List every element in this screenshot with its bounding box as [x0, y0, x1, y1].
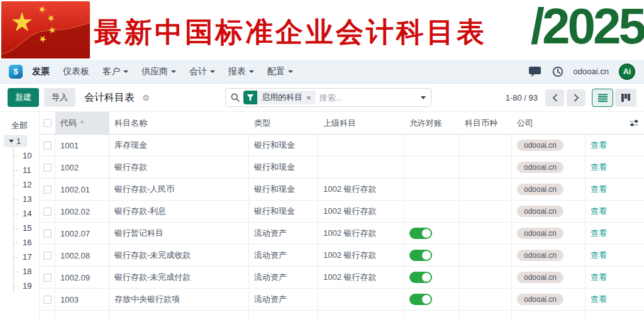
- view-link[interactable]: 查看: [591, 228, 607, 239]
- kanban-view-button[interactable]: [615, 89, 636, 107]
- row-checkbox[interactable]: [43, 164, 52, 172]
- cell-reconcile: [404, 289, 460, 311]
- view-link[interactable]: 查看: [591, 250, 607, 261]
- cell-name: 存放中央银行款项: [109, 289, 249, 311]
- table-row: 1002.01 银行存款-人民币 银行和现金 1002 银行存款 odooai.…: [40, 179, 644, 201]
- search-bar[interactable]: 启用的科目 ×: [225, 88, 431, 107]
- cell-parent: [318, 135, 404, 157]
- nav-menu-item[interactable]: 会计: [189, 66, 215, 77]
- activity-clock-icon[interactable]: [552, 66, 564, 77]
- cell-code: 1002.01: [55, 179, 109, 201]
- reconcile-toggle[interactable]: [409, 294, 432, 305]
- list-view-button[interactable]: [592, 89, 613, 107]
- row-checkbox[interactable]: [43, 274, 52, 282]
- cell-type: 银行和现金: [249, 179, 318, 201]
- view-link[interactable]: 查看: [591, 162, 607, 173]
- tree-item-child[interactable]: 11: [14, 163, 39, 177]
- nav-menu-item[interactable]: 仪表板: [63, 66, 89, 77]
- cell-code: 1002: [55, 157, 109, 179]
- reconcile-toggle[interactable]: [409, 272, 432, 283]
- table-row: 1001 库存现金 银行和现金 odooai.cn 查看: [40, 135, 644, 157]
- tree-item-child[interactable]: 13: [14, 192, 39, 206]
- nav-menu-item[interactable]: 供应商: [142, 66, 176, 77]
- invoicing-app-icon[interactable]: $: [9, 65, 23, 79]
- reconcile-toggle[interactable]: [409, 250, 432, 261]
- tree-item-child[interactable]: 17: [14, 250, 39, 264]
- header-company[interactable]: 公司: [512, 112, 586, 134]
- facet-remove-icon[interactable]: ×: [306, 93, 311, 103]
- tree-item-child[interactable]: 16: [14, 235, 39, 250]
- view-link[interactable]: 查看: [591, 294, 607, 305]
- tree-item-child[interactable]: 10: [14, 148, 39, 163]
- cell-type: 银行和现金: [249, 135, 318, 157]
- cell-name: 银行存款: [109, 157, 249, 179]
- row-checkbox[interactable]: [43, 142, 52, 150]
- cell-type: 银行和现金: [249, 157, 318, 179]
- header-name[interactable]: 科目名称: [109, 112, 249, 134]
- tree-item-child[interactable]: 15: [14, 221, 39, 235]
- header-code[interactable]: 代码 ^: [55, 112, 109, 134]
- systray: odooai.cn Ai: [529, 64, 635, 80]
- cell-company: odooai.cn: [512, 157, 586, 179]
- header-type[interactable]: 类型: [249, 112, 318, 134]
- tree-item-all[interactable]: 全部: [0, 118, 39, 135]
- cell-type: 流动资产: [249, 289, 318, 311]
- banner-title: 最新中国标准企业会计科目表: [94, 14, 487, 51]
- cell-code: 1002.08: [55, 245, 109, 267]
- control-panel: 新建 导入 会计科目表 ⚙ 启用的科目 ×: [0, 84, 644, 112]
- header-currency[interactable]: 科目币种: [460, 112, 512, 134]
- view-link[interactable]: 查看: [591, 206, 607, 217]
- nav-menu-item[interactable]: 报表: [228, 66, 254, 77]
- cell-currency: [460, 223, 512, 245]
- user-domain[interactable]: odooai.cn: [574, 67, 609, 76]
- nav-menu-label: 配置: [267, 66, 285, 77]
- search-input[interactable]: [319, 93, 417, 103]
- chat-icon[interactable]: [529, 66, 542, 77]
- tree-item-root[interactable]: 1: [4, 135, 27, 147]
- cell-type: 流动资产: [249, 223, 318, 245]
- import-button[interactable]: 导入: [44, 88, 75, 107]
- view-link[interactable]: 查看: [591, 140, 607, 151]
- nav-menu-item[interactable]: 客户: [103, 66, 128, 77]
- pager-next-button[interactable]: [567, 89, 586, 106]
- chevron-down-icon: [210, 70, 215, 73]
- new-button[interactable]: 新建: [8, 88, 39, 107]
- row-checkbox[interactable]: [43, 230, 52, 238]
- nav-menu-item[interactable]: 配置: [267, 66, 293, 77]
- control-panel-right: 1-80 / 93: [506, 89, 636, 107]
- tree-item-child[interactable]: 18: [14, 264, 39, 279]
- user-avatar[interactable]: Ai: [619, 64, 635, 80]
- cell-currency: [460, 245, 512, 267]
- header-parent[interactable]: 上级科目: [318, 112, 404, 134]
- select-all-checkbox[interactable]: [43, 119, 52, 127]
- row-checkbox[interactable]: [43, 186, 52, 194]
- row-checkbox[interactable]: [43, 208, 52, 216]
- nav-app-name[interactable]: 发票: [32, 66, 50, 77]
- company-tag: odooai.cn: [517, 228, 564, 239]
- cell-company: odooai.cn: [512, 267, 586, 289]
- tree-item-child[interactable]: 19: [14, 279, 39, 293]
- nav-menu-label: 仪表板: [63, 66, 89, 77]
- search-dropdown-caret-icon[interactable]: [421, 96, 426, 99]
- cell-action: 查看: [586, 267, 644, 289]
- cell-action: 查看: [586, 201, 644, 223]
- cell-parent: 1002 银行存款: [318, 245, 404, 267]
- view-link[interactable]: 查看: [591, 272, 607, 283]
- accounts-table: 代码 ^ 科目名称 类型 上级科目 允许对账 科目币种 公司: [39, 112, 644, 322]
- reconcile-toggle[interactable]: [409, 228, 432, 239]
- top-navbar: $ 发票 仪表板 客户 供应商 会计: [0, 60, 644, 84]
- optional-columns-icon[interactable]: [629, 119, 639, 128]
- tree-item-child[interactable]: 14: [14, 206, 39, 221]
- breadcrumb: 会计科目表: [84, 91, 135, 104]
- row-checkbox[interactable]: [43, 252, 52, 260]
- gear-icon[interactable]: ⚙: [142, 93, 150, 103]
- company-tag: odooai.cn: [517, 272, 564, 283]
- header-reconcile[interactable]: 允许对账: [404, 112, 460, 134]
- tree-children: 10 11 12 13 14 15 16 17 18 19: [13, 147, 39, 293]
- tree-item-child[interactable]: 12: [14, 177, 39, 192]
- cell-reconcile: [404, 157, 460, 179]
- avatar-text: Ai: [623, 67, 631, 76]
- view-link[interactable]: 查看: [591, 184, 607, 195]
- pager-previous-button[interactable]: [545, 89, 564, 106]
- row-checkbox[interactable]: [43, 296, 52, 304]
